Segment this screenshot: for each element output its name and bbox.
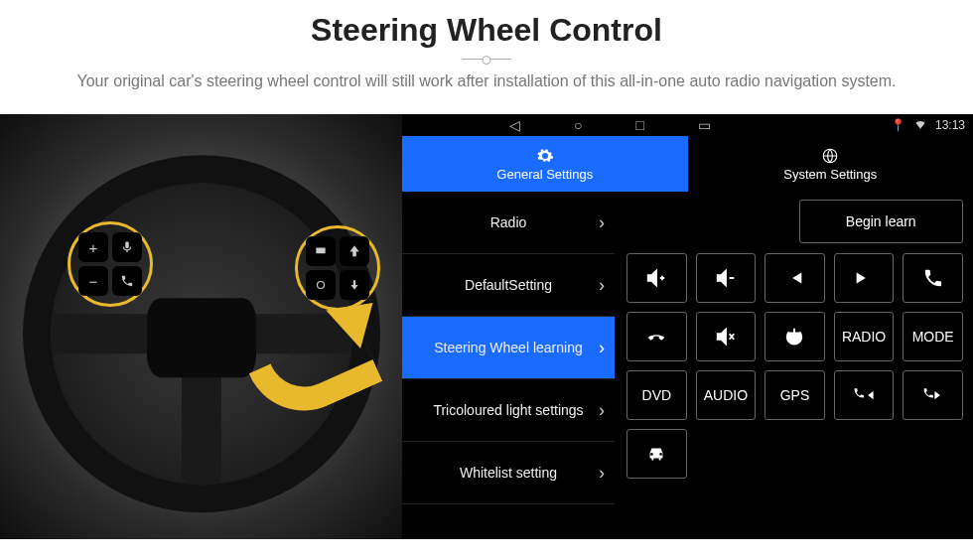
next-icon bbox=[853, 267, 875, 289]
gps-button[interactable]: GPS bbox=[764, 370, 825, 420]
next-track-button[interactable] bbox=[834, 253, 895, 303]
page-subtitle: Your original car's steering wheel contr… bbox=[40, 70, 933, 92]
android-nav: ◁ ○ □ ▭ bbox=[509, 117, 711, 133]
phone-next-button[interactable] bbox=[903, 370, 963, 420]
tab-system-settings[interactable]: System Settings bbox=[688, 136, 974, 192]
header: Steering Wheel Control Your original car… bbox=[0, 0, 973, 114]
prev-track-button[interactable] bbox=[764, 253, 825, 303]
settings-menu: Radio› DefaultSetting› Steering Wheel le… bbox=[402, 192, 617, 539]
phone-hangup-button[interactable] bbox=[626, 312, 687, 361]
home-icon[interactable]: ○ bbox=[574, 117, 582, 133]
recent-icon[interactable]: □ bbox=[635, 117, 643, 133]
svg-point-1 bbox=[318, 282, 325, 289]
phone-prev-button[interactable] bbox=[834, 370, 895, 420]
tab-label: System Settings bbox=[783, 167, 877, 182]
power-button[interactable] bbox=[764, 312, 825, 361]
menu-tricoloured-light[interactable]: Tricoloured light settings› bbox=[402, 379, 615, 442]
menu-radio[interactable]: Radio› bbox=[402, 192, 615, 254]
tab-label: General Settings bbox=[496, 167, 593, 182]
menu-default-setting[interactable]: DefaultSetting› bbox=[402, 254, 615, 317]
clock: 13:13 bbox=[935, 118, 965, 132]
svg-rect-0 bbox=[316, 248, 325, 254]
globe-icon bbox=[821, 147, 839, 165]
begin-learn-button[interactable]: Begin learn bbox=[799, 200, 964, 243]
gps-icon: 📍 bbox=[891, 118, 905, 132]
vol-down-button[interactable] bbox=[696, 253, 757, 303]
head-unit-screen: ◁ ○ □ ▭ 📍 13:13 General Settings System … bbox=[402, 114, 973, 539]
mode-button[interactable]: MODE bbox=[903, 312, 963, 361]
highlight-left: + − bbox=[68, 221, 153, 307]
chevron-right-icon: › bbox=[599, 212, 605, 233]
tabs: General Settings System Settings bbox=[402, 136, 973, 192]
prev-icon bbox=[783, 267, 805, 289]
content: Radio› DefaultSetting› Steering Wheel le… bbox=[402, 192, 973, 539]
learning-panel: Begin learn RADIO MODE DVD AUDIO GPS bbox=[617, 192, 973, 539]
chevron-right-icon: › bbox=[599, 400, 605, 421]
wheel-minus-button[interactable]: − bbox=[78, 266, 108, 296]
back-icon[interactable]: ◁ bbox=[509, 117, 520, 133]
car-button[interactable] bbox=[626, 429, 687, 479]
car-icon bbox=[645, 443, 667, 465]
divider bbox=[462, 59, 511, 60]
steering-wheel-photo: + − bbox=[0, 114, 402, 539]
radio-button[interactable]: RADIO bbox=[834, 312, 895, 361]
volume-up-icon bbox=[645, 267, 667, 289]
page-title: Steering Wheel Control bbox=[0, 12, 973, 49]
function-grid: RADIO MODE DVD AUDIO GPS bbox=[626, 253, 963, 479]
status-bar: ◁ ○ □ ▭ 📍 13:13 bbox=[402, 114, 973, 136]
phone-icon bbox=[922, 267, 944, 289]
chevron-right-icon: › bbox=[599, 275, 605, 296]
phone-prev-icon bbox=[853, 384, 875, 406]
vol-up-button[interactable] bbox=[626, 253, 687, 303]
empty-slot bbox=[626, 200, 789, 243]
gear-icon bbox=[536, 147, 554, 165]
audio-button[interactable]: AUDIO bbox=[696, 370, 757, 420]
wheel-plus-button[interactable]: + bbox=[78, 232, 108, 262]
volume-down-icon bbox=[715, 267, 737, 289]
split-icon[interactable]: ▭ bbox=[698, 117, 711, 133]
wheel-src-button[interactable] bbox=[306, 236, 336, 266]
wifi-icon bbox=[913, 117, 927, 134]
wheel-up-button[interactable] bbox=[340, 236, 369, 266]
phone-answer-button[interactable] bbox=[903, 253, 963, 303]
main: + − ◁ ○ □ ▭ bbox=[0, 114, 973, 539]
chevron-right-icon: › bbox=[599, 338, 605, 358]
phone-next-icon bbox=[922, 384, 944, 406]
menu-whitelist[interactable]: Whitelist setting› bbox=[402, 442, 615, 504]
chevron-right-icon: › bbox=[599, 463, 605, 484]
power-icon bbox=[783, 326, 805, 348]
wheel-phone-button[interactable] bbox=[112, 266, 142, 296]
mute-button[interactable] bbox=[696, 312, 757, 361]
hangup-icon bbox=[645, 326, 667, 348]
steering-wheel bbox=[23, 155, 380, 512]
tab-general-settings[interactable]: General Settings bbox=[402, 136, 688, 192]
dvd-button[interactable]: DVD bbox=[626, 370, 687, 420]
wheel-voice-button[interactable] bbox=[112, 232, 142, 262]
mute-icon bbox=[715, 326, 737, 348]
menu-steering-wheel-learning[interactable]: Steering Wheel learning› bbox=[402, 317, 615, 379]
wheel-cycle-button[interactable] bbox=[306, 270, 336, 300]
